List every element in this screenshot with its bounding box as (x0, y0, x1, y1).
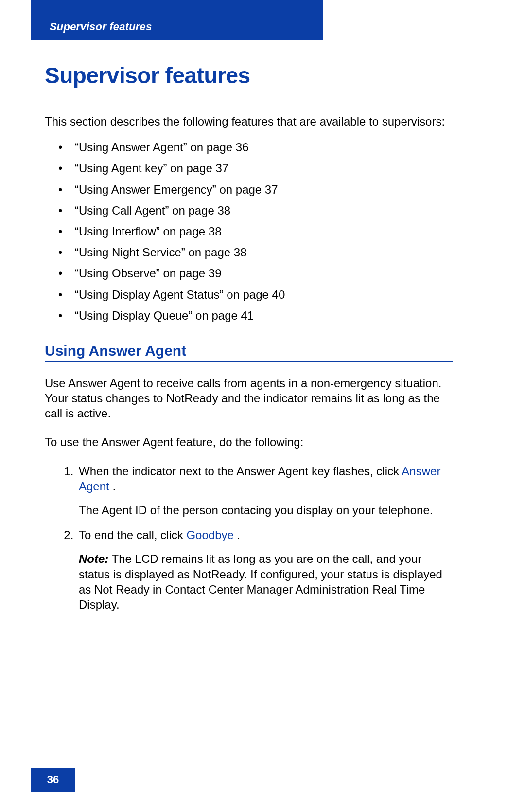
running-head-tab: Supervisor features (31, 0, 323, 40)
page-number-tab: 36 (31, 768, 75, 792)
page-content: Supervisor features This section describ… (45, 54, 453, 626)
steps-list: When the indicator next to the Answer Ag… (45, 464, 453, 613)
section-lead-in: To use the Answer Agent feature, do the … (45, 434, 453, 450)
step-note: Note: The LCD remains lit as long as you… (79, 551, 453, 612)
step-item: To end the call, click Goodbye . Note: T… (77, 527, 453, 612)
toc-item: “Using Call Agent” on page 38 (58, 203, 453, 218)
page-number: 36 (47, 774, 59, 786)
running-head-text: Supervisor features (50, 20, 152, 33)
step-item: When the indicator next to the Answer Ag… (77, 464, 453, 518)
toc-list: “Using Answer Agent” on page 36 “Using A… (45, 140, 453, 323)
section-description: Use Answer Agent to receive calls from a… (45, 376, 453, 421)
step-body: When the indicator next to the Answer Ag… (79, 464, 453, 494)
step-text-pre: When the indicator next to the Answer Ag… (79, 465, 402, 478)
step-action-link[interactable]: Goodbye (186, 528, 233, 541)
toc-item: “Using Interflow” on page 38 (58, 224, 453, 239)
note-label: Note: (79, 552, 108, 565)
toc-item: “Using Answer Agent” on page 36 (58, 140, 453, 155)
toc-item: “Using Agent key” on page 37 (58, 161, 453, 176)
note-body: The LCD remains lit as long as you are o… (79, 552, 442, 611)
toc-item: “Using Display Agent Status” on page 40 (58, 287, 453, 302)
toc-item: “Using Display Queue” on page 41 (58, 308, 453, 323)
toc-item: “Using Answer Emergency” on page 37 (58, 182, 453, 197)
toc-item: “Using Observe” on page 39 (58, 266, 453, 281)
step-text-pre: To end the call, click (79, 528, 186, 541)
page-title: Supervisor features (45, 62, 453, 89)
toc-item: “Using Night Service” on page 38 (58, 245, 453, 260)
section-heading: Using Answer Agent (45, 343, 453, 362)
intro-paragraph: This section describes the following fea… (45, 114, 453, 129)
step-text-post: . (109, 480, 116, 493)
step-result: The Agent ID of the person contacing you… (79, 503, 453, 518)
step-body: To end the call, click Goodbye . (79, 527, 453, 542)
step-text-post: . (234, 528, 240, 541)
